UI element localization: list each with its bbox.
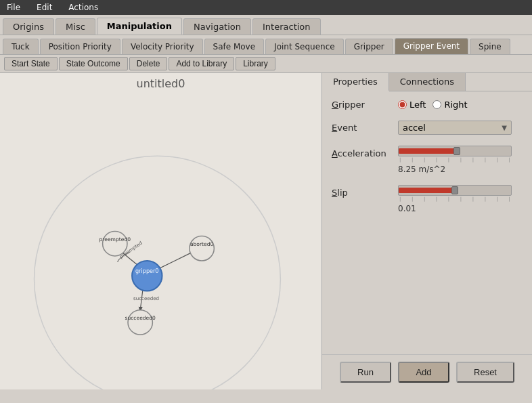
gripper-right-radio[interactable] — [433, 100, 441, 109]
tab-manipulation[interactable]: Manipulation — [97, 18, 182, 35]
event-label: Event — [332, 123, 393, 133]
menu-edit[interactable]: Edit — [32, 1, 56, 14]
tab-safe-move[interactable]: Safe Move — [204, 39, 265, 54]
slip-slider-fill — [399, 188, 455, 193]
gripper-left-label: Left — [409, 100, 426, 110]
tab-origins[interactable]: Origins — [3, 18, 54, 35]
canvas-svg: preempted0 aborted0 gripper0 succeeded0 … — [0, 73, 322, 389]
tab-spine[interactable]: Spine — [470, 39, 510, 54]
secondary-tab-row: Tuck Position Priority Velocity Priority… — [0, 35, 532, 55]
acceleration-ticks: | | | | | | | | | | — [398, 156, 512, 163]
tab-misc[interactable]: Misc — [56, 18, 95, 35]
svg-text:succeeded0: succeeded0 — [125, 315, 156, 321]
gripper-left-option[interactable]: Left — [398, 100, 426, 110]
tab-interaction[interactable]: Interaction — [252, 18, 321, 35]
state-outcome-button[interactable]: State Outcome — [59, 57, 128, 70]
svg-point-7 — [190, 236, 214, 261]
gripper-label: Gripper — [332, 100, 393, 110]
acceleration-slider-container: | | | | | | | | | | 8.25 m/s^2 — [398, 146, 512, 174]
svg-text:succeeded: succeeded — [133, 295, 159, 301]
event-dropdown-value: accel — [403, 123, 426, 133]
action-bar: Start State State Outcome Delete Add to … — [0, 55, 532, 73]
svg-text:aborted0: aborted0 — [190, 241, 214, 247]
menu-file[interactable]: File — [3, 1, 24, 14]
acceleration-slider-thumb[interactable] — [453, 147, 460, 155]
run-button[interactable]: Run — [340, 362, 391, 383]
tab-position-priority[interactable]: Position Priority — [40, 39, 120, 54]
add-to-library-button[interactable]: Add to Library — [169, 57, 234, 70]
slip-slider-track[interactable] — [398, 185, 512, 196]
slip-row: Slip | | | | | | | | — [332, 185, 523, 213]
bottom-buttons: Run Add Reset — [322, 354, 532, 389]
start-state-button[interactable]: Start State — [4, 57, 58, 70]
slip-ticks: | | | | | | | | | | — [398, 196, 512, 203]
library-button[interactable]: Library — [236, 57, 275, 70]
prop-tab-connections[interactable]: Connections — [389, 73, 466, 91]
slip-slider-container: | | | | | | | | | | 0.01 — [398, 185, 512, 213]
svg-text:gripper0: gripper0 — [135, 268, 158, 274]
tab-joint-sequence[interactable]: Joint Sequence — [265, 39, 344, 54]
reset-button[interactable]: Reset — [456, 362, 514, 383]
gripper-row: Gripper Left Right — [332, 100, 523, 110]
gripper-radio-group: Left Right — [398, 100, 468, 110]
menu-bar: File Edit Actions — [0, 0, 532, 15]
acceleration-label: Acceleration — [332, 148, 393, 158]
primary-tab-row: Origins Misc Manipulation Navigation Int… — [0, 15, 532, 35]
main-content: untitled0 preempted0 aborted0 — [0, 73, 532, 389]
svg-point-11 — [128, 310, 152, 335]
menu-actions[interactable]: Actions — [64, 1, 102, 14]
tab-velocity-priority[interactable]: Velocity Priority — [122, 39, 203, 54]
chevron-down-icon: ▼ — [502, 124, 507, 131]
acceleration-row: Acceleration | | | | | | | — [332, 146, 523, 174]
delete-button[interactable]: Delete — [129, 57, 168, 70]
prop-tab-properties[interactable]: Properties — [322, 73, 389, 91]
slip-label: Slip — [332, 188, 393, 198]
properties-panel: Properties Connections Gripper Left Righ… — [322, 73, 532, 389]
slip-slider-thumb[interactable] — [451, 186, 458, 194]
acceleration-slider-fill — [399, 148, 457, 154]
gripper-right-label: Right — [444, 100, 467, 110]
event-row: Event accel ▼ — [332, 121, 523, 135]
gripper-right-option[interactable]: Right — [433, 100, 467, 110]
event-dropdown[interactable]: accel ▼ — [398, 121, 512, 135]
acceleration-slider-track[interactable] — [398, 146, 512, 156]
svg-point-9 — [132, 261, 162, 291]
prop-body: Gripper Left Right Event — [322, 91, 532, 354]
tab-gripper-event[interactable]: Gripper Event — [395, 38, 468, 54]
tab-tuck[interactable]: Tuck — [3, 39, 39, 54]
slip-value: 0.01 — [398, 204, 512, 213]
add-button[interactable]: Add — [398, 362, 449, 383]
tab-gripper[interactable]: Gripper — [345, 39, 393, 54]
gripper-left-radio[interactable] — [398, 100, 407, 109]
prop-tab-row: Properties Connections — [322, 73, 532, 91]
acceleration-value: 8.25 m/s^2 — [398, 165, 512, 174]
tab-navigation[interactable]: Navigation — [183, 18, 251, 35]
canvas-area: untitled0 preempted0 aborted0 — [0, 73, 322, 389]
svg-text:preempted0: preempted0 — [99, 236, 131, 242]
